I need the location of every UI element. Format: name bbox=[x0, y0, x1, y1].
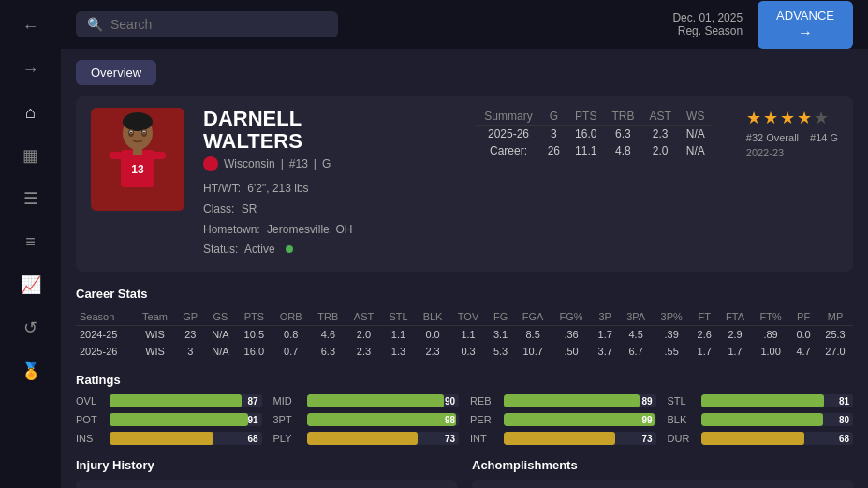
stats-cell-0-16: .39 bbox=[653, 325, 690, 343]
stats-cell-1-6: 6.3 bbox=[310, 343, 346, 360]
rating-bar-bg-pot: 91 bbox=[110, 413, 262, 426]
svg-rect-12 bbox=[153, 152, 166, 159]
rating-bar-bg-blk: 80 bbox=[701, 413, 854, 426]
search-input[interactable] bbox=[110, 17, 327, 32]
rating-bar-bg-mid: 90 bbox=[307, 394, 460, 407]
advance-button[interactable]: ADVANCE → bbox=[758, 1, 853, 49]
ht-label: HT/WT: bbox=[203, 182, 241, 195]
stats-cell-1-21: 27.0 bbox=[817, 343, 853, 360]
th-stl: STL bbox=[381, 308, 415, 326]
rating-bar-bg-stl: 81 bbox=[701, 394, 854, 407]
stats-cell-0-3: N/A bbox=[205, 325, 237, 343]
summary-row-current: 2025-26 3 16.0 6.3 2.3 N/A bbox=[477, 126, 712, 143]
search-box[interactable]: 🔍 bbox=[76, 11, 338, 37]
s-g-2: 26 bbox=[540, 142, 567, 159]
stats-cell-1-9: 2.3 bbox=[416, 343, 450, 360]
rating-bar-fill-pot bbox=[110, 413, 248, 426]
hometown-label: Hometown: bbox=[203, 223, 260, 236]
history-icon[interactable]: ↺ bbox=[12, 309, 50, 347]
stats-icon[interactable]: ≡ bbox=[12, 223, 50, 260]
sidebar: ← → ⌂ ▦ ☰ ≡ 📈 ↺ 🏅 bbox=[0, 0, 61, 488]
player-status: Active bbox=[244, 243, 275, 256]
accomplishments-title: Achomplishments bbox=[472, 458, 853, 472]
rating-value-ovl: 87 bbox=[247, 395, 257, 406]
rating-item-int: INT73 bbox=[470, 432, 656, 445]
injury-content: ✚ bbox=[76, 480, 457, 488]
roster-icon[interactable]: ☰ bbox=[12, 180, 50, 217]
player-divider: | bbox=[281, 157, 284, 170]
stats-cell-0-12: 8.5 bbox=[515, 325, 552, 343]
th-3p: 3P bbox=[591, 308, 619, 326]
rating-bar-bg-3pt: 98 bbox=[307, 413, 460, 426]
rating-value-reb: 89 bbox=[641, 395, 652, 406]
stats-cell-0-20: 0.0 bbox=[789, 325, 817, 343]
stats-cell-0-7: 2.0 bbox=[346, 325, 382, 343]
advance-label: ADVANCE bbox=[776, 8, 834, 22]
rating-bar-bg-ovl: 87 bbox=[110, 394, 262, 407]
injury-section: Injury History ✚ bbox=[76, 458, 457, 488]
rank-year: 2022-23 bbox=[746, 147, 784, 158]
stats-cell-1-3: N/A bbox=[205, 343, 237, 360]
ratings-grid: OVL87MID90REB89STL81POT913PT98PER99BLK80… bbox=[76, 394, 853, 445]
rating-bar-bg-ins: 68 bbox=[110, 432, 262, 445]
th-ftp: FT% bbox=[752, 308, 789, 326]
rating-value-int: 73 bbox=[641, 433, 652, 443]
s-ast-1: 2.3 bbox=[641, 126, 678, 143]
stats-cell-0-8: 1.1 bbox=[381, 325, 415, 343]
s-ast-2: 2.0 bbox=[641, 142, 678, 159]
status-label: Status: bbox=[203, 243, 238, 256]
stats-cell-1-19: 1.00 bbox=[752, 343, 789, 360]
stats-cell-0-17: 2.6 bbox=[690, 325, 718, 343]
topbar: 🔍 Dec. 01, 2025 Reg. Season ADVANCE → bbox=[61, 0, 868, 49]
svg-point-7 bbox=[143, 132, 145, 134]
th-gs: GS bbox=[205, 308, 237, 326]
rating-bar-fill-ply bbox=[307, 432, 419, 445]
badge-icon[interactable]: 🏅 bbox=[12, 352, 50, 390]
stats-cell-1-15: 6.7 bbox=[619, 343, 653, 360]
rating-label-ovl: OVL bbox=[76, 395, 104, 407]
back-icon[interactable]: ← bbox=[12, 7, 50, 45]
injury-title: Injury History bbox=[76, 458, 457, 472]
tab-overview[interactable]: Overview bbox=[76, 60, 156, 85]
stats-cell-0-19: .89 bbox=[752, 325, 789, 343]
player-info: DARNELL WALTERS Wisconsin | #13 | G HT/W… bbox=[203, 108, 458, 260]
rating-bar-bg-ply: 73 bbox=[307, 432, 460, 445]
player-ht: 6'2", 213 lbs bbox=[247, 182, 308, 195]
date-info: Dec. 01, 2025 Reg. Season bbox=[672, 11, 743, 37]
career-stats-table: Season Team GP GS PTS ORB TRB AST STL BL… bbox=[76, 308, 853, 360]
dashboard-icon[interactable]: ▦ bbox=[12, 137, 50, 174]
stats-cell-0-13: .36 bbox=[552, 325, 591, 343]
summary-col-trb: TRB bbox=[604, 108, 641, 126]
player-details: HT/WT: 6'2", 213 lbs Class: SR Hometown:… bbox=[203, 179, 458, 259]
stats-cell-0-0: 2024-25 bbox=[76, 325, 134, 343]
rating-item-blk: BLK80 bbox=[668, 413, 854, 426]
rating-value-mid: 90 bbox=[445, 395, 455, 406]
stats-cell-1-16: .55 bbox=[653, 343, 690, 360]
home-icon[interactable]: ⌂ bbox=[12, 94, 50, 131]
forward-icon[interactable]: → bbox=[12, 51, 50, 88]
stats-cell-0-10: 1.1 bbox=[450, 325, 487, 343]
rating-label-stl: STL bbox=[668, 395, 696, 407]
topbar-right: Dec. 01, 2025 Reg. Season ADVANCE → bbox=[672, 1, 853, 49]
rating-bar-bg-reb: 89 bbox=[504, 394, 656, 407]
rating-label-reb: REB bbox=[470, 395, 498, 407]
rankings: ★★★★★ #32 Overall #14 G 2022-23 bbox=[746, 108, 838, 260]
svg-text:13: 13 bbox=[131, 163, 144, 176]
stats-cell-1-1: WIS bbox=[134, 343, 176, 360]
season-label: Reg. Season bbox=[672, 24, 743, 37]
summary-col-season: Summary bbox=[477, 108, 539, 126]
summary-col-ws: WS bbox=[679, 108, 713, 126]
th-orb: ORB bbox=[272, 308, 310, 326]
rating-label-3pt: 3PT bbox=[273, 414, 302, 425]
player-class: SR bbox=[242, 202, 257, 215]
accomplishments-section: Achomplishments 🏆 bbox=[472, 458, 853, 488]
advance-arrow-icon: → bbox=[798, 24, 813, 41]
rating-bar-bg-per: 99 bbox=[504, 413, 656, 426]
s-pts-2: 11.1 bbox=[567, 142, 604, 159]
stats-cell-1-0: 2025-26 bbox=[76, 343, 134, 360]
rating-label-int: INT bbox=[470, 433, 498, 444]
rating-bar-fill-reb bbox=[504, 394, 640, 407]
chart-icon[interactable]: 📈 bbox=[12, 266, 50, 303]
rating-bar-fill-dur bbox=[701, 432, 805, 445]
rating-item-stl: STL81 bbox=[668, 394, 854, 407]
